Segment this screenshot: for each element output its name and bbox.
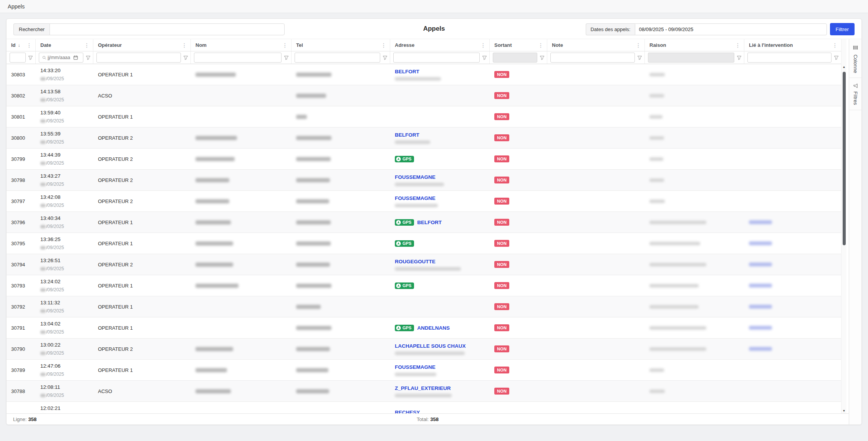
column-menu-icon[interactable]: ⋮	[634, 42, 642, 48]
redacted-phone	[296, 326, 331, 330]
sortant-badge: NON	[494, 71, 509, 78]
cell-nom	[191, 149, 292, 169]
call-time: 13:40:34	[40, 215, 61, 221]
address-link[interactable]: FOUSSEMAGNE	[395, 195, 436, 201]
filter-input-operateur[interactable]	[96, 53, 181, 63]
navigation-icon	[396, 325, 401, 330]
address-link[interactable]: BELFORT	[417, 220, 442, 225]
column-menu-icon[interactable]: ⋮	[181, 42, 188, 48]
address-line: GPSBELFORT	[395, 219, 442, 226]
column-menu-icon[interactable]: ⋮	[479, 42, 487, 48]
column-header-date[interactable]: Date ⋮	[36, 39, 93, 51]
address-link[interactable]: RECHESY	[395, 410, 420, 414]
column-header-lie-intervention[interactable]: Lié à l'intervention ⋮	[744, 39, 841, 51]
call-date-suffix: /09/2025	[46, 224, 64, 229]
cell-raison	[645, 275, 744, 296]
date-filter-box[interactable]	[39, 53, 83, 63]
call-id: 30800	[11, 135, 25, 141]
column-menu-icon[interactable]: ⋮	[281, 42, 289, 48]
filter-input-sortant	[493, 53, 537, 63]
intervention-link[interactable]	[749, 261, 772, 268]
cell-raison	[645, 233, 744, 254]
intervention-link[interactable]	[749, 240, 772, 247]
filter-funnel-icon[interactable]	[86, 55, 91, 60]
call-time: 12:02:21	[40, 405, 61, 411]
column-header-raison[interactable]: Raison ⋮	[645, 39, 744, 51]
scroll-up-icon[interactable]: ▲	[841, 64, 846, 69]
column-menu-icon[interactable]: ⋮	[734, 42, 742, 48]
column-menu-icon[interactable]: ⋮	[537, 42, 545, 48]
redacted-day	[40, 183, 46, 186]
filter-input-note[interactable]	[550, 53, 635, 63]
address-line: FOUSSEMAGNE	[395, 174, 436, 180]
call-date: /09/2025	[40, 160, 64, 166]
cell-sortant: NON	[490, 212, 547, 233]
filter-funnel-icon[interactable]	[834, 55, 839, 60]
tab-colonne[interactable]: Colonne	[849, 39, 861, 78]
filter-funnel-icon[interactable]	[183, 55, 188, 60]
address-line: LACHAPELLE SOUS CHAUX	[395, 343, 466, 349]
filter-input-adresse[interactable]	[393, 53, 480, 63]
address-link[interactable]: FOUSSEMAGNE	[395, 174, 436, 180]
filter-input-nom[interactable]	[194, 53, 282, 63]
calendar-icon[interactable]	[73, 55, 78, 60]
cell-note	[547, 127, 645, 148]
sortant-badge: NON	[494, 324, 509, 331]
filter-funnel-icon[interactable]	[637, 55, 642, 60]
address-link[interactable]: ANDELNANS	[417, 325, 450, 331]
cell-operateur: OPERATEUR 1	[93, 317, 191, 338]
intervention-link[interactable]	[749, 345, 772, 352]
column-header-id[interactable]: Id ↓ ⋮	[7, 39, 36, 51]
cell-date: 12:47:06/09/2025	[36, 360, 93, 380]
column-menu-icon[interactable]: ⋮	[380, 42, 388, 48]
address-link[interactable]: LACHAPELLE SOUS CHAUX	[395, 343, 466, 349]
column-menu-icon[interactable]: ⋮	[831, 42, 839, 48]
filter-input-lie-intervention[interactable]	[747, 53, 832, 63]
scrollbar-thumb[interactable]	[843, 72, 846, 245]
filter-funnel-icon[interactable]	[383, 55, 388, 60]
cell-sortant: NON	[490, 170, 547, 190]
address-link[interactable]: BELFORT	[395, 132, 419, 138]
address-line: GPS	[395, 156, 414, 162]
column-header-operateur[interactable]: Opérateur ⋮	[93, 39, 191, 51]
column-header-note[interactable]: Note ⋮	[547, 39, 645, 51]
cell-tel	[292, 127, 390, 148]
dates-range-input[interactable]	[635, 23, 827, 35]
column-header-tel[interactable]: Tel ⋮	[292, 39, 390, 51]
filter-input-id[interactable]	[10, 53, 26, 63]
filter-funnel-icon[interactable]	[540, 55, 545, 60]
cell-id: 30791	[7, 317, 36, 338]
cell-adresse: GPS	[390, 233, 490, 254]
redacted-address	[395, 394, 452, 397]
cell-lie-intervention	[744, 381, 841, 401]
filter-funnel-icon[interactable]	[737, 55, 742, 60]
intervention-link[interactable]	[749, 219, 772, 226]
column-menu-icon[interactable]: ⋮	[25, 42, 33, 48]
tab-filtres[interactable]: Filtres	[849, 78, 861, 110]
cell-note	[547, 381, 645, 401]
search-input[interactable]	[50, 23, 285, 35]
vertical-scrollbar[interactable]: ▲ ▼	[841, 39, 846, 413]
filter-funnel-icon[interactable]	[284, 55, 289, 60]
filter-button[interactable]: Filtrer	[830, 23, 855, 35]
date-filter-input[interactable]	[48, 55, 72, 60]
filter-funnel-icon[interactable]	[28, 55, 33, 60]
address-link[interactable]: FOUSSEMAGNE	[395, 364, 436, 370]
scroll-down-icon[interactable]: ▼	[841, 408, 846, 413]
scrollbar-track[interactable]	[841, 69, 846, 408]
column-header-adresse[interactable]: Adresse ⋮	[390, 39, 490, 51]
intervention-link[interactable]	[749, 324, 772, 331]
cell-nom	[191, 339, 292, 359]
column-header-sortant[interactable]: Sortant ⋮	[490, 39, 547, 51]
address-line: GPS	[395, 240, 414, 247]
tab-colonne-label: Colonne	[853, 55, 858, 73]
address-link[interactable]: BELFORT	[395, 69, 419, 74]
address-link[interactable]: Z_PFLAU_EXTERIEUR	[395, 385, 451, 391]
intervention-link[interactable]	[749, 303, 772, 310]
filter-funnel-icon[interactable]	[482, 55, 487, 60]
column-menu-icon[interactable]: ⋮	[83, 42, 91, 48]
intervention-link[interactable]	[749, 282, 772, 289]
column-header-nom[interactable]: Nom ⋮	[191, 39, 292, 51]
address-link[interactable]: ROUGEGOUTTE	[395, 259, 436, 264]
filter-input-tel[interactable]	[295, 53, 380, 63]
